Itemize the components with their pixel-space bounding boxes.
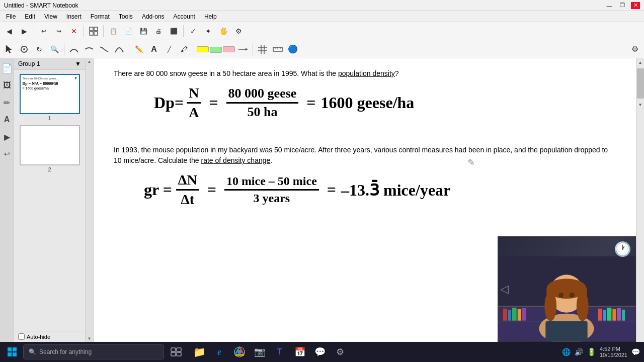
gallery-tool[interactable]: 🖼	[0, 78, 14, 93]
formula-2: gr = ΔN Δt = 10 mice – 50 mice 3 years =…	[144, 172, 616, 208]
shape-line1[interactable]	[67, 42, 81, 56]
slide-1-thumbnail[interactable]: There are 80 000 snow geese... Dp = N/A …	[20, 74, 80, 114]
media-tool-side[interactable]: ▶	[0, 130, 14, 144]
canvas-scroll-up[interactable]: ▲	[636, 58, 645, 66]
ruler-tool[interactable]	[271, 42, 285, 56]
group-expand-icon[interactable]: ▼	[75, 60, 81, 67]
menu-help[interactable]: Help	[200, 12, 221, 21]
menu-edit[interactable]: Edit	[21, 12, 39, 21]
settings-button[interactable]: ⚙	[231, 24, 246, 38]
menu-file[interactable]: File	[2, 12, 20, 21]
menu-addons[interactable]: Add-ons	[138, 12, 169, 21]
slide-2-container: 2	[18, 125, 81, 172]
formula-1-result: 1600 geese/ha	[321, 94, 415, 112]
restore-button[interactable]: ❐	[618, 2, 627, 9]
minimize-button[interactable]: —	[605, 2, 614, 9]
shape-line3[interactable]	[97, 42, 111, 56]
rotate-tool[interactable]: ↻	[32, 42, 46, 56]
edge-icon[interactable]: e	[210, 343, 228, 361]
check-button[interactable]: ✓	[186, 24, 200, 38]
fill-tool[interactable]: 🖍	[177, 42, 191, 56]
settings-tb-icon[interactable]: ⚙	[331, 343, 349, 361]
move-tool[interactable]	[17, 42, 31, 56]
menu-view[interactable]: View	[40, 12, 61, 21]
canvas-scroll-thumb[interactable]	[637, 68, 644, 99]
taskview-button[interactable]	[167, 343, 185, 361]
grid-tool[interactable]	[256, 42, 270, 56]
sidebar-tools-col: 📄 🖼 ✏ A ▶ ↩	[0, 58, 14, 342]
calendar-icon[interactable]: 📅	[291, 343, 309, 361]
save-button[interactable]: 💾	[136, 24, 150, 38]
svg-rect-46	[177, 348, 181, 351]
formula-2-fraction2: 10 mice – 50 mice 3 years	[224, 174, 319, 205]
shape-line2[interactable]	[82, 42, 96, 56]
compass-tool[interactable]: 🔵	[286, 42, 300, 56]
menu-insert[interactable]: Insert	[62, 12, 86, 21]
nav-forward-button[interactable]: ▶	[17, 24, 31, 38]
svg-rect-47	[171, 352, 176, 356]
menu-tools[interactable]: Tools	[115, 12, 137, 21]
formula-1-den2: 50 ha	[246, 104, 280, 120]
page-tool[interactable]: 📄	[0, 61, 14, 75]
table-button[interactable]	[87, 24, 101, 38]
pen-tool-side[interactable]: ✏	[0, 96, 14, 110]
close-button[interactable]: ✕	[631, 2, 640, 9]
scroll-down-arrow[interactable]: ▼	[88, 336, 92, 341]
teams-icon[interactable]: T	[271, 343, 289, 361]
feedback-icon[interactable]: 💬	[311, 343, 329, 361]
redo-button[interactable]: ↪	[52, 24, 66, 38]
slide-1-preview: There are 80 000 snow geese... Dp = N/A …	[21, 75, 79, 113]
file-explorer-icon[interactable]: 📁	[190, 343, 208, 361]
svg-point-39	[570, 293, 575, 298]
svg-rect-20	[503, 309, 507, 321]
paste-button[interactable]: 📋	[106, 24, 120, 38]
search-bar[interactable]: 🔍 Search for anything	[23, 344, 164, 359]
svg-rect-23	[518, 309, 521, 321]
star-button[interactable]: ✦	[201, 24, 215, 38]
snagit-icon[interactable]: 📷	[251, 343, 269, 361]
highlight-green[interactable]	[210, 47, 222, 53]
eraser-tool[interactable]: ╱	[162, 42, 176, 56]
slide-2-number: 2	[48, 166, 51, 172]
screen-capture-button[interactable]: ⬛	[167, 24, 181, 38]
svg-point-5	[23, 48, 25, 50]
chrome-icon[interactable]	[230, 343, 249, 361]
print-button[interactable]: 🖨	[151, 24, 166, 38]
shape-arc[interactable]	[112, 42, 126, 56]
highlight-yellow[interactable]	[197, 46, 209, 52]
formula-2-result: –13.3̄ mice/year	[341, 180, 450, 200]
svg-rect-0	[90, 27, 93, 31]
copy-button[interactable]: 📄	[121, 24, 135, 38]
battery-icon[interactable]: 🔋	[587, 348, 596, 356]
thumb-menu-icon[interactable]: ▼	[74, 76, 78, 80]
canvas-scroll-down[interactable]: ▼	[636, 101, 645, 109]
slide-2-thumbnail[interactable]	[20, 125, 80, 165]
highlight-pink[interactable]	[223, 46, 235, 52]
scroll-up-arrow[interactable]: ▲	[88, 59, 92, 64]
svg-rect-22	[512, 308, 517, 321]
formula-1-fraction2: 80 000 geese 50 ha	[226, 86, 299, 120]
text-tool-side[interactable]: A	[0, 113, 14, 127]
volume-icon[interactable]: 🔊	[575, 348, 583, 356]
settings-gear[interactable]: ⚙	[628, 42, 642, 56]
pen-tool[interactable]: ✏️	[132, 42, 146, 56]
cancel-button[interactable]: ✕	[67, 24, 81, 38]
line-style[interactable]	[236, 42, 250, 56]
menu-account[interactable]: Account	[170, 12, 199, 21]
select-tool[interactable]	[2, 42, 16, 56]
network-icon[interactable]: 🌐	[562, 348, 571, 356]
notification-icon[interactable]: 💬	[631, 348, 640, 356]
svg-rect-37	[580, 289, 587, 319]
zoom-tool[interactable]: 🔍	[47, 42, 61, 56]
start-button[interactable]	[4, 344, 20, 360]
text-tool[interactable]: A	[147, 42, 161, 56]
menu-format[interactable]: Format	[87, 12, 114, 21]
hand-button[interactable]: 🖐	[216, 24, 230, 38]
nav-back-button[interactable]: ◀	[2, 24, 16, 38]
canvas-left-scroll: ▲ ▼	[86, 58, 94, 342]
undo-tool-side[interactable]: ↩	[0, 147, 14, 161]
autohide-checkbox[interactable]	[18, 333, 25, 340]
menu-bar: File Edit View Insert Format Tools Add-o…	[0, 11, 644, 22]
taskbar-tray: 🌐 🔊 🔋 4:52 PM10/15/2021 💬	[562, 346, 640, 358]
undo-button[interactable]: ↩	[37, 24, 51, 38]
